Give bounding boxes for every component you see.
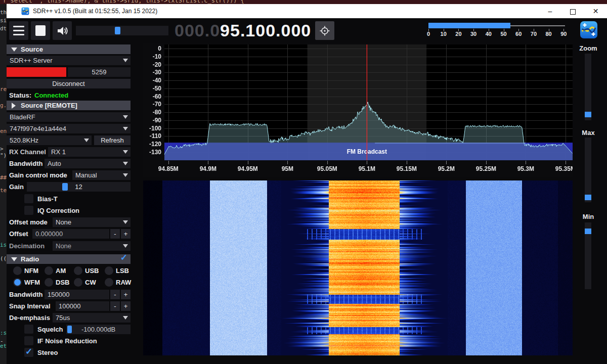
if-noise-reduction-checkbox[interactable] (24, 336, 33, 345)
radio-enabled-checkmark-icon[interactable]: ✓ (120, 253, 127, 262)
deemphasis-select[interactable]: 75us (53, 313, 131, 323)
decimation-label: Decimation (9, 241, 45, 251)
mode-lsb[interactable]: LSB (105, 266, 135, 276)
iq-correction-checkbox[interactable] (24, 206, 33, 215)
source-panel-header[interactable]: Source (7, 44, 131, 54)
squelch-slider[interactable]: -100.000dB (66, 325, 131, 334)
mode-label: USB (85, 266, 99, 275)
refresh-button[interactable]: Refresh (94, 135, 131, 145)
gain-label: Gain (9, 182, 24, 192)
close-button[interactable]: ✕ (584, 4, 607, 18)
checkmark-icon: ✓ (25, 346, 32, 357)
minimize-button[interactable]: – (539, 4, 561, 18)
snr-meter-fill (428, 23, 510, 28)
mode-usb[interactable]: USB (74, 266, 104, 276)
stop-icon (35, 25, 46, 36)
snr-tick-label: 0 (422, 31, 435, 37)
if-noise-reduction-label: IF Noise Reduction (37, 336, 97, 346)
max-slider[interactable] (585, 138, 591, 202)
snr-tick-label: 90 (557, 31, 570, 37)
offset-input[interactable]: 0.000000 (32, 229, 109, 239)
caret-right-icon (12, 103, 16, 109)
maximize-icon (570, 9, 576, 15)
gain-mode-label: Gain control mode (9, 170, 67, 180)
maximize-button[interactable] (561, 4, 584, 18)
mode-nfm[interactable]: NFM (13, 266, 44, 276)
background-code-fragment: > (0, 146, 4, 152)
samplerate-select[interactable]: 520.8KHz (7, 135, 92, 145)
rx-channel-select[interactable]: RX 1 (48, 147, 131, 157)
background-code-line: r_select ", this->name), & this->srId, t… (3, 0, 244, 4)
background-code-fragment: et (0, 343, 7, 349)
mode-am[interactable]: AM (45, 266, 75, 276)
volume-slider[interactable] (76, 26, 168, 35)
radio-bandwidth-decrement-button[interactable]: - (110, 290, 120, 299)
radio-circle-icon (45, 266, 53, 275)
max-label: Max (577, 129, 600, 136)
gain-slider[interactable]: 12 (27, 182, 131, 192)
radio-bandwidth-input[interactable]: 150000 (45, 290, 109, 299)
mode-dsb[interactable]: DSB (45, 278, 75, 288)
snr-tick-label: 60 (512, 31, 525, 37)
tuning-mode-button[interactable] (315, 21, 334, 40)
port-input[interactable]: 5259 (68, 67, 131, 77)
stop-button[interactable] (31, 21, 50, 40)
background-code-fragment: is (0, 242, 7, 248)
menu-button[interactable] (9, 21, 28, 40)
snr-tick-label: 80 (542, 31, 555, 37)
mode-wfm[interactable]: WFM (13, 278, 44, 288)
squelch-checkbox[interactable] (24, 325, 33, 334)
radio-bandwidth-increment-button[interactable]: + (121, 290, 131, 299)
background-code-editor-left: thsidtreg.en>")##teis((:s-et (0, 4, 7, 364)
device-serial-select[interactable]: 747f997e4e1a44e4 (7, 124, 131, 133)
device-select[interactable]: BladeRF (7, 112, 131, 122)
background-code-fragment: ") (0, 152, 7, 159)
mute-button[interactable] (53, 21, 72, 40)
radio-panel-header[interactable]: Radio ✓ (7, 254, 131, 264)
radio-circle-icon (45, 278, 53, 287)
background-code-fragment: si (0, 17, 7, 24)
frequency-digits: 95.100.000 (220, 21, 311, 40)
min-slider[interactable] (585, 222, 591, 289)
offset-mode-select[interactable]: None (53, 217, 131, 227)
disconnect-button[interactable]: Disconnect (7, 79, 131, 88)
bias-t-label: Bias-T (37, 194, 58, 204)
mode-raw[interactable]: RAW (105, 278, 135, 288)
snr-tick-label: 50 (497, 31, 510, 37)
radio-circle-icon (13, 278, 22, 287)
snap-interval-label: Snap Interval (9, 301, 51, 311)
snap-interval-input[interactable]: 100000 (56, 301, 109, 311)
stereo-checkbox[interactable]: ✓ (24, 348, 33, 357)
max-slider-handle[interactable] (585, 195, 591, 200)
gain-mode-select[interactable]: Manual (72, 170, 131, 180)
waterfall-display[interactable] (143, 180, 573, 355)
background-code-fragment: en (0, 128, 7, 134)
bias-t-checkbox[interactable] (24, 194, 33, 203)
mode-label: NFM (24, 266, 38, 275)
deemphasis-label: De-emphasis (9, 313, 50, 323)
snap-interval-increment-button[interactable]: + (121, 301, 131, 311)
mode-label: WFM (24, 278, 40, 287)
offset-increment-button[interactable]: + (121, 229, 131, 239)
decimation-select[interactable]: None (53, 241, 131, 251)
frequency-display[interactable]: 000.095.100.000 (175, 20, 311, 40)
screen: r_select ", this->name), & this->srId, t… (0, 0, 607, 364)
mode-label: CW (85, 278, 96, 287)
snap-interval-decrement-button[interactable]: - (110, 301, 120, 311)
zoom-slider[interactable] (585, 54, 591, 120)
radio-circle-icon (13, 266, 22, 275)
snr-tick-label: 20 (452, 31, 465, 37)
source-type-select[interactable]: SDR++ Server (7, 56, 131, 65)
fft-plot[interactable] (143, 43, 573, 177)
min-slider-handle[interactable] (585, 229, 591, 234)
volume-slider-handle[interactable] (115, 27, 120, 34)
background-code-fragment: dt (0, 25, 7, 32)
app-icon (21, 7, 29, 15)
source-remote-panel-header[interactable]: Source [REMOTE] (7, 101, 131, 110)
snr-tick-label: 30 (467, 31, 480, 37)
offset-decrement-button[interactable]: - (110, 229, 120, 239)
host-input[interactable] (7, 67, 66, 77)
mode-cw[interactable]: CW (74, 278, 104, 288)
bandwidth-select[interactable]: Auto (45, 159, 131, 168)
zoom-slider-handle[interactable] (585, 112, 591, 117)
